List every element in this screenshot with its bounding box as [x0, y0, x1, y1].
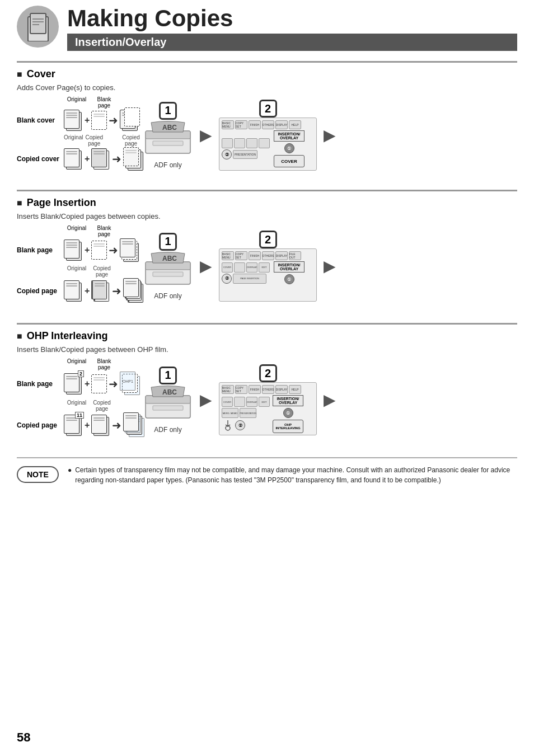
blank-cover-label: Blank cover [17, 116, 62, 124]
copied-cover-arrow: ➜ [112, 152, 121, 166]
note-badge: NOTE [17, 466, 59, 483]
ohp-col-labels: Original Blankpage [17, 358, 137, 370]
page-insertion-title-text: Page Insertion [27, 197, 96, 209]
pi-panel-btn3: FINISH [249, 251, 261, 260]
pi-blank-result [120, 238, 141, 262]
ohp-panel: BASIC MENU COPY SET FINISH OTHERS DISPLA… [219, 382, 317, 435]
pi-panel-row2: COVER OVERLAY EDIT ② PAGE INSERTION INSE… [222, 261, 314, 284]
pi-copied-page-stack [91, 280, 110, 302]
cover-icon4 [259, 138, 270, 148]
ohp-section-desc: Inserts Blank/Copied pages between OHP f… [17, 345, 517, 354]
cover-panel-btn3: FINISH [249, 120, 261, 129]
ohp-blank-result: OHP OHP1 [120, 372, 142, 396]
page-insertion-content: Original Blankpage Blank page + [17, 225, 517, 307]
cover-panel-btn4: OTHERS [262, 120, 274, 129]
cover-adf-box: ABC ADF only [143, 120, 193, 169]
pi-blank-page-row: Blank page + ➜ [17, 238, 137, 262]
cover-panel-icon-row1 [222, 138, 270, 148]
pi-step2: 2 BASIC MENU COPY SET FINISH OTHERS DISP… [219, 231, 317, 302]
ohp-copied-items: 11 + ➜ OHP [64, 412, 147, 438]
ohp-panel-top: BASIC MENU COPY SET FINISH OTHERS DISPLA… [222, 385, 314, 394]
cover-col-labels: Original Blankpage [17, 96, 137, 109]
ohp-arrow1: ▶ [200, 391, 212, 409]
pi-copied-page-label: Copied page [17, 287, 62, 295]
page-insertion-desc: Inserts Blank/Copied pages between copie… [17, 212, 517, 220]
pi-step2-badge: 2 [259, 231, 277, 248]
pi-orig-stack [64, 240, 83, 261]
pi-panel-icon-row1: COVER OVERLAY EDIT [222, 262, 270, 273]
svg-text:ABC: ABC [162, 124, 177, 132]
ohp-big-btn: OHPINTERLEAVING [273, 420, 303, 433]
pi-blank-page-label: Blank page [17, 246, 62, 254]
ohp-presentation-btn2: PRESENTATION [240, 408, 256, 418]
pi-panel-btn1: BASIC MENU [222, 251, 234, 260]
ohp-desc-text: Inserts Blank/Copied pages between OHP f… [17, 345, 168, 354]
copied-cover-row: Copied cover + [17, 147, 137, 171]
pi-adf-label: ADF only [154, 292, 181, 300]
pi-step1-badge: 1 [159, 233, 177, 251]
page-number: 58 [17, 730, 30, 745]
copied-cover-label: Copied cover [17, 155, 62, 163]
main-title: Making Copies [67, 6, 517, 31]
cover-panel-btn6: HELP [289, 120, 301, 129]
pi-copied-page-row: Copied page + [17, 278, 137, 304]
ohp-finger-row: ② [222, 419, 245, 431]
cover-panel: BASIC MENU COPY SET FINISH OTHERS DISPLA… [219, 118, 317, 171]
pi-circle2: ② [222, 274, 232, 284]
copied-cover-result [123, 147, 146, 171]
page-header: Making Copies Insertion/Overlay [0, 0, 534, 51]
note-content: Certain types of transparency film may n… [75, 465, 517, 485]
ohp-icon3: OVERLAY [246, 397, 257, 407]
ohp-icon2 [234, 397, 245, 407]
cover-panel-right: INSERTION/OVERLAY ① COVER [274, 130, 305, 167]
ohp-circle2: ② [235, 420, 245, 430]
ohp-orig-label2: Original [64, 400, 90, 412]
ohp-panel-btn2: COPY SET [235, 385, 247, 394]
plus2: + [85, 154, 90, 164]
pi-arrow2: ▶ [324, 257, 336, 275]
ohp-panel-btn5: DISPLAY [275, 385, 288, 394]
pi-blank-page [91, 241, 107, 260]
cover-section-desc: Adds Cover Page(s) to copies. [17, 83, 517, 92]
ohp-blank-page-row: Blank page 2 + ➜ [17, 372, 137, 396]
cover-scanner-svg: ABC [143, 120, 193, 158]
pi-icon3: OVERLAY [246, 262, 257, 273]
note-bullet-row: ● Certain types of transparency film may… [68, 465, 517, 485]
plus1: + [85, 115, 90, 125]
pi-copied-arrow: ➜ [112, 284, 121, 298]
cover-circle1: ① [284, 143, 294, 153]
ohp-copied-page-label: Copied page [17, 421, 62, 429]
cover-section: Cover Adds Cover Page(s) to copies. Orig… [17, 61, 517, 180]
cover-step2-badge: 2 [259, 100, 277, 118]
ohp-step2-badge: 2 [259, 364, 277, 382]
ohp-icon1: COVER [222, 397, 233, 407]
header-title-block: Making Copies Insertion/Overlay [67, 6, 517, 51]
pi-adf-box: ABC ADF only [143, 251, 193, 300]
ohp-plus2: + [85, 420, 90, 430]
ohp-step2: 2 BASIC MENU COPY SET FINISH OTHERS DISP… [219, 364, 317, 435]
pi-blank-items: + ➜ [64, 238, 141, 262]
cover-big-btn: COVER [274, 155, 305, 167]
ohp-panel-btn6: HELP [289, 385, 301, 394]
cover-adf-label: ADF only [154, 161, 181, 169]
ohp-step1-badge: 1 [159, 367, 177, 384]
blank-page-icon [91, 111, 107, 130]
ohp-icon4: EDIT [259, 397, 270, 407]
pi-panel-icons: COVER OVERLAY EDIT ② PAGE INSERTION [222, 262, 270, 284]
cover-original-stack [64, 110, 83, 131]
cover-blank-arrow: ➜ [109, 114, 118, 127]
cover-diagram: Original Blankpage Blank cover [17, 96, 137, 174]
pi-copied-orig-stack [64, 280, 83, 302]
pi-copied-page-front [91, 280, 107, 299]
cover-section-content: Original Blankpage Blank cover [17, 96, 517, 174]
cc-original-label: Original [64, 134, 83, 147]
ohp-panel-btn4: OTHERS [262, 385, 274, 394]
page-insertion-title: Page Insertion [17, 197, 517, 209]
ohp-blank-arrow: ➜ [109, 377, 118, 391]
cc-copied-page2-label: Copiedpage [122, 134, 140, 147]
ohp-section-content: Original Blankpage Blank page 2 [17, 358, 517, 442]
pi-panel-btn4: OTHERS [262, 251, 274, 260]
pi-copied-page-col: Copiedpage [92, 265, 112, 278]
pi-plus2: + [85, 286, 90, 296]
ohp-copied-page-row: Copied page 11 + [17, 412, 137, 438]
